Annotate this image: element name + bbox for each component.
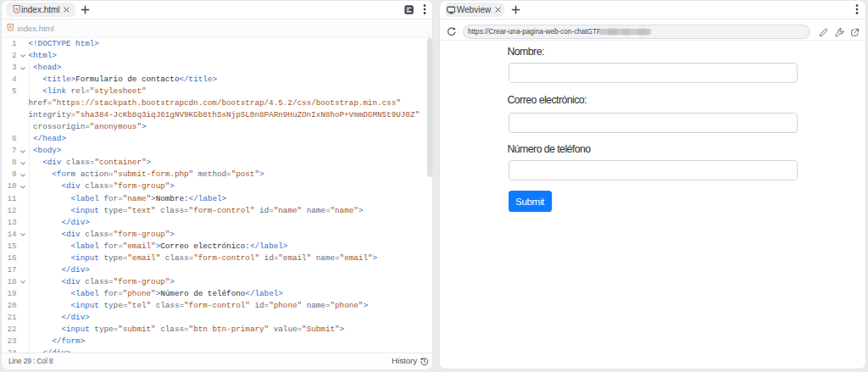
svg-text:5: 5: [9, 25, 12, 30]
svg-text:5: 5: [15, 7, 18, 12]
